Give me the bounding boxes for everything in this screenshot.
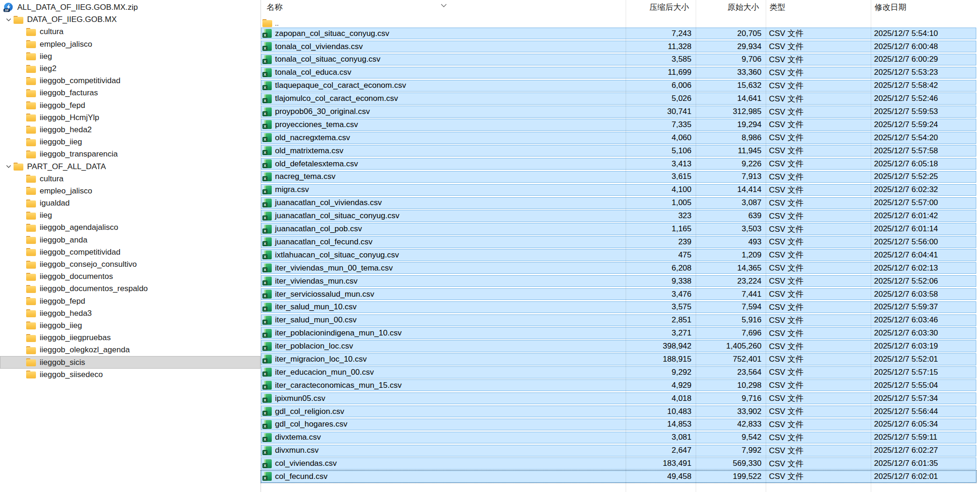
tree-item-label: iieggob_agendajalisco	[40, 223, 118, 232]
table-row[interactable]: xold_nacregxtema.csv4,0608,986CSV 文件2025…	[261, 131, 980, 144]
tree-item-iieggob-transparencia[interactable]: iieggob_transparencia	[0, 148, 261, 160]
file-name-cell: xtlajomulco_col_caract_econom.csv	[261, 94, 625, 103]
table-row[interactable]: xiter_poblacionindigena_mun_10.csv3,2717…	[261, 327, 980, 340]
table-row[interactable]: xtlaquepaque_col_caract_econom.csv6,0061…	[261, 79, 980, 93]
modified-date: 2025/12/7 6:02:32	[870, 185, 976, 194]
table-row[interactable]: xproypob06_30_original.csv30,741312,985C…	[261, 105, 980, 118]
csv-file-icon: x	[262, 212, 272, 221]
file-name-cell: xcol_fecund.csv	[261, 472, 625, 481]
tree-item-iieggob-documentos-respaldo[interactable]: iieggob_documentos_respaldo	[0, 283, 261, 295]
table-row[interactable]: xproyecciones_tema.csv7,33519,294CSV 文件2…	[261, 118, 980, 131]
table-row-selection: xtlaquepaque_col_caract_econom.csv6,0061…	[261, 80, 976, 92]
table-row[interactable]: xtonala_col_situac_conyug.csv3,5859,706C…	[261, 53, 980, 66]
csv-file-icon: x	[262, 329, 272, 338]
tree-item-empleo-jalisco[interactable]: empleo_jalisco	[0, 185, 261, 197]
tree-item-empleo-jalisco[interactable]: empleo_jalisco	[0, 38, 261, 50]
table-row[interactable]: xiter_migracion_loc_10.csv188,915752,401…	[261, 353, 980, 366]
tree-item-data-of-iieg-gob-mx[interactable]: DATA_OF_IIEG.GOB.MX	[0, 14, 261, 26]
csv-file-icon: x	[262, 81, 272, 90]
chevron-down-icon[interactable]	[3, 165, 14, 168]
table-row[interactable]: xcol_fecund.csv49,458199,522CSV 文件2025/1…	[261, 470, 980, 483]
tree-item-iieggob-fepd[interactable]: iieggob_fepd	[0, 295, 261, 307]
table-row[interactable]: xold_defetalesxtema.csv3,4139,226CSV 文件2…	[261, 157, 980, 171]
file-name: iter_poblacionindigena_mun_10.csv	[275, 328, 402, 338]
tree-item-label: cultura	[40, 27, 63, 36]
tree-item-iieggob-facturas[interactable]: iieggob_facturas	[0, 87, 261, 99]
table-row[interactable]: xiter_caracteconomicas_mun_15.csv4,92910…	[261, 379, 980, 392]
table-row[interactable]: xdivxtema.csv3,0819,542CSV 文件2025/12/7 5…	[261, 431, 980, 444]
tree-item-iieggob-sicis[interactable]: iieggob_sicis	[0, 356, 261, 368]
tree-item-iieggob-olegkozl-agenda[interactable]: iieggob_olegkozl_agenda	[0, 344, 261, 356]
table-row[interactable]: xiter_poblacion_loc.csv398,9421,405,260C…	[261, 340, 980, 353]
table-row[interactable]: xold_matrixtema.csv5,10611,945CSV 文件2025…	[261, 144, 980, 157]
table-row[interactable]: xiter_salud_mun_00.csv2,8515,916CSV 文件20…	[261, 314, 980, 327]
tree-item-iieg[interactable]: iieg	[0, 50, 261, 63]
table-row[interactable]: xjuanacatlan_col_pob.csv1,1653,503CSV 文件…	[261, 222, 980, 235]
tree-item-all-data-of-iieg-gob-mx-zip[interactable]: ZIPALL_DATA_OF_IIEG.GOB.MX.zip	[0, 1, 261, 14]
table-row[interactable]: xcol_viviendas.csv183,491569,330CSV 文件20…	[261, 457, 980, 470]
parent-directory-row[interactable]: ..	[261, 14, 980, 27]
column-header-compressed-size[interactable]: 压缩后大小	[626, 2, 696, 13]
table-row[interactable]: xgdl_col_religion.csv10,48333,902CSV 文件2…	[261, 405, 980, 418]
table-row[interactable]: xnacreg_tema.csv3,6157,913CSV 文件2025/12/…	[261, 171, 980, 184]
table-row[interactable]: xgdl_col_hogares.csv14,85342,833CSV 文件20…	[261, 418, 980, 431]
folder-icon	[26, 309, 36, 317]
tree-item-label: empleo_jalisco	[40, 186, 92, 196]
tree-item-igualdad[interactable]: igualdad	[0, 197, 261, 209]
table-row[interactable]: xtonala_col_educa.csv11,69933,360CSV 文件2…	[261, 66, 980, 79]
original-size: 29,934	[695, 42, 765, 51]
csv-file-icon: x	[262, 172, 272, 181]
table-row-selection: xzapopan_col_situac_conyug.csv7,24320,70…	[261, 28, 976, 39]
folder-icon	[26, 28, 36, 36]
table-row[interactable]: xiter_viviendas_mun_00_tema.csv6,20814,3…	[261, 262, 980, 275]
tree-item-iieggob-heda3[interactable]: iieggob_heda3	[0, 307, 261, 320]
table-row[interactable]: xdivxmun.csv2,6477,992CSV 文件2025/12/7 6:…	[261, 444, 980, 457]
tree-item-cultura[interactable]: cultura	[0, 173, 261, 185]
table-row[interactable]: xtonala_col_viviendas.csv11,32829,934CSV…	[261, 40, 980, 53]
file-name-cell: xdivxmun.csv	[261, 446, 625, 455]
table-row[interactable]: xjuanacatlan_col_viviendas.csv1,0053,087…	[261, 197, 980, 210]
table-row[interactable]: xmigra.csv4,10014,414CSV 文件2025/12/7 6:0…	[261, 184, 980, 197]
table-row[interactable]: xzapopan_col_situac_conyug.csv7,24320,70…	[261, 27, 980, 40]
tree-item-iieggob-hcmjylp[interactable]: iieggob_HcmjYlp	[0, 112, 261, 124]
table-row-selection: xgdl_col_hogares.csv14,85342,833CSV 文件20…	[261, 419, 976, 430]
csv-file-icon: x	[262, 290, 272, 299]
folder-icon	[26, 89, 36, 97]
folder-icon	[26, 334, 36, 342]
tree-item-iieggob-documentos[interactable]: iieggob_documentos	[0, 271, 261, 283]
column-header-original-size[interactable]: 原始大小	[696, 2, 766, 13]
table-row[interactable]: xiter_educacion_mun_00.csv9,29223,564CSV…	[261, 366, 980, 379]
tree-item-iieggob-consejo-consultivo[interactable]: iieggob_consejo_consultivo	[0, 258, 261, 271]
csv-file-icon: x	[262, 420, 272, 429]
tree-item-iieggob-competitividad[interactable]: iieggob_competitividad	[0, 246, 261, 258]
tree-item-iieggob-agendajalisco[interactable]: iieggob_agendajalisco	[0, 221, 261, 234]
compressed-size: 6,208	[625, 264, 695, 273]
tree-item-iieggob-heda2[interactable]: iieggob_heda2	[0, 124, 261, 136]
column-header-type[interactable]: 类型	[766, 2, 871, 13]
tree-item-iieg[interactable]: iieg	[0, 209, 261, 221]
table-row[interactable]: xjuanacatlan_col_situac_conyug.csv323639…	[261, 209, 980, 222]
file-name-cell: xtonala_col_situac_conyug.csv	[261, 55, 625, 64]
tree-item-iieggob-competitividad[interactable]: iieggob_competitividad	[0, 75, 261, 87]
tree-item-iieggob-fepd[interactable]: iieggob_fepd	[0, 100, 261, 112]
table-row-selection: xipixmun05.csv4,0189,716CSV 文件2025/12/7 …	[261, 392, 976, 404]
column-header-modified-date[interactable]: 修改日期	[871, 2, 980, 13]
tree-item-part-of-all-data[interactable]: PART_OF_ALL_DATA	[0, 160, 261, 172]
tree-item-iieg2[interactable]: iieg2	[0, 63, 261, 75]
table-row[interactable]: xipixmun05.csv4,0189,716CSV 文件2025/12/7 …	[261, 392, 980, 405]
table-row[interactable]: xiter_serviciossalud_mun.csv3,4767,441CS…	[261, 288, 980, 301]
table-row[interactable]: xiter_salud_mun_10.csv3,5757,594CSV 文件20…	[261, 301, 980, 314]
tree-item-iieggob-iieg[interactable]: iieggob_iieg	[0, 320, 261, 332]
tree-item-cultura[interactable]: cultura	[0, 26, 261, 38]
file-name-cell: xiter_viviendas_mun.csv	[261, 277, 625, 286]
table-row[interactable]: xjuanacatlan_col_fecund.csv239493CSV 文件2…	[261, 235, 980, 249]
tree-item-iieggob-iieg[interactable]: iieggob_iieg	[0, 136, 261, 148]
table-row[interactable]: xtlajomulco_col_caract_econom.csv5,02614…	[261, 92, 980, 105]
table-row[interactable]: xixtlahuacan_col_situac_conyug.csv4751,2…	[261, 249, 980, 262]
tree-item-iieggob-anda[interactable]: iieggob_anda	[0, 234, 261, 246]
table-row-selection: xold_defetalesxtema.csv3,4139,226CSV 文件2…	[261, 158, 976, 170]
tree-item-iieggob-siisedeco[interactable]: iieggob_siisedeco	[0, 369, 261, 381]
table-row[interactable]: xiter_viviendas_mun.csv9,33823,224CSV 文件…	[261, 275, 980, 288]
tree-item-iieggob-iiegpruebas[interactable]: iieggob_iiegpruebas	[0, 332, 261, 344]
chevron-down-icon[interactable]	[3, 18, 14, 21]
